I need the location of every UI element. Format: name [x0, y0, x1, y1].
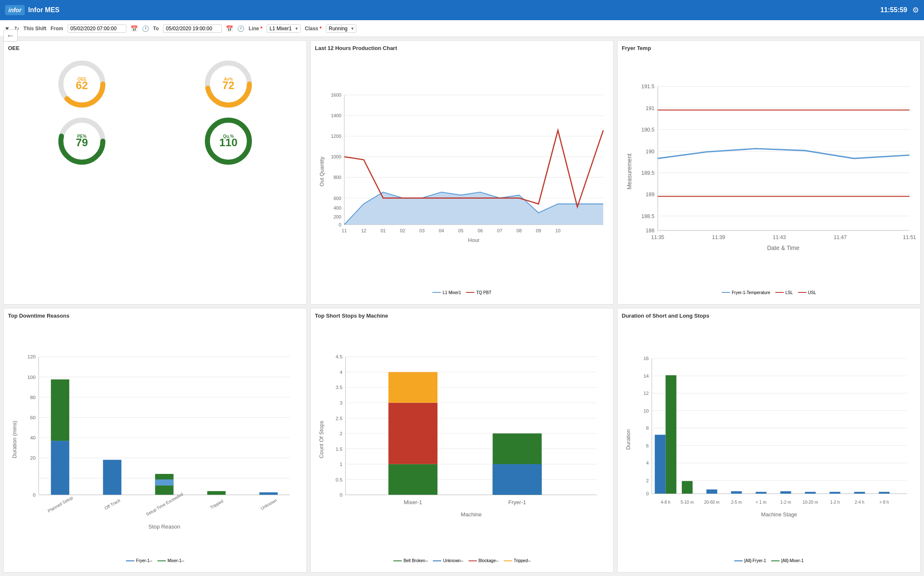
bar-tripped-green — [207, 491, 226, 494]
fryer-temp-panel: Fryer Temp Measurement 191.5 191 190.5 — [617, 40, 921, 305]
svg-text:Planned Setup: Planned Setup — [47, 495, 74, 513]
svg-text:14: 14 — [644, 373, 649, 378]
production-chart-area: Out Quantity 1600 1400 1200 1000 800 600… — [315, 55, 609, 289]
downtime-legend: Fryer-1-- Mixer-1-- — [8, 558, 302, 563]
app-header: infor Infor MES 11:55:59 ⚙ — [0, 0, 924, 20]
line-select[interactable]: L1 Mixer1 — [267, 24, 301, 33]
bar-mixer1-yellow — [388, 372, 437, 402]
downtime-title: Top Downtime Reasons — [8, 313, 302, 319]
bar-unknown-blue — [259, 492, 278, 494]
legend-all-fryer1: [All]-Fryer-1 — [734, 558, 766, 563]
svg-text:Date & Time: Date & Time — [767, 245, 799, 251]
legend-blockage: Blockage-- — [469, 558, 499, 563]
class-select[interactable]: Running — [326, 24, 356, 33]
legend-all-fryer1-line — [734, 560, 743, 561]
to-calendar-icon[interactable]: 📅 — [226, 25, 233, 32]
calendar-icon[interactable]: 📅 — [131, 25, 138, 32]
production-chart-svg: Out Quantity 1600 1400 1200 1000 800 600… — [315, 55, 609, 289]
svg-text:189.5: 189.5 — [641, 170, 654, 176]
oee-title: OEE — [8, 45, 302, 51]
line-label: Line * — [249, 26, 262, 32]
legend-mixer1-down: Mixer-1-- — [157, 558, 184, 563]
svg-text:3: 3 — [340, 400, 343, 405]
legend-all-mixer1-label: [All]-Mixer-1 — [781, 558, 804, 563]
legend-blockage-label: Blockage-- — [479, 558, 499, 563]
svg-text:3.5: 3.5 — [335, 384, 342, 390]
svg-text:11:35: 11:35 — [651, 234, 664, 240]
bar-12h-blue — [830, 492, 840, 493]
fryer-temp-svg: Measurement 191.5 191 190.5 190 189.5 18… — [622, 55, 916, 289]
svg-text:< 1 m: < 1 m — [756, 500, 766, 505]
production-chart-legend: L1 Mixer1 TQ PBT — [315, 290, 609, 295]
class-select-wrapper[interactable]: Running — [326, 24, 356, 33]
bar-planned-setup-blue — [51, 441, 69, 495]
legend-lsl-label: LSL — [785, 290, 793, 295]
to-clock-icon[interactable]: 🕐 — [237, 25, 244, 32]
svg-text:20: 20 — [30, 455, 36, 460]
legend-blockage-line — [469, 560, 477, 561]
legend-fryer-temp-label: Fryer-1-Temperature — [732, 290, 770, 295]
from-label: From — [51, 26, 63, 32]
legend-unknown: Unknown-- — [433, 558, 463, 563]
svg-text:4: 4 — [340, 369, 343, 374]
svg-text:09: 09 — [536, 228, 541, 233]
svg-text:Tripped: Tripped — [209, 498, 224, 510]
line-select-wrapper[interactable]: L1 Mixer1 — [267, 24, 301, 33]
to-label: To — [153, 26, 159, 32]
svg-text:191.5: 191.5 — [641, 84, 654, 89]
svg-text:188.5: 188.5 — [641, 213, 654, 219]
svg-text:800: 800 — [333, 175, 341, 180]
back-button[interactable]: ← — [3, 29, 18, 42]
bar-planned-setup-green — [51, 379, 69, 441]
svg-text:Machine: Machine — [461, 511, 482, 517]
class-label: Class * — [305, 26, 322, 32]
svg-text:191: 191 — [646, 105, 654, 111]
svg-text:10: 10 — [555, 228, 560, 233]
svg-text:80: 80 — [30, 394, 36, 400]
av-gauge-svg: Av% 72 — [203, 59, 254, 109]
svg-text:8: 8 — [646, 426, 649, 431]
svg-text:11: 11 — [342, 228, 347, 233]
svg-text:4: 4 — [646, 460, 649, 466]
svg-text:10-20 m: 10-20 m — [803, 500, 818, 505]
svg-text:6: 6 — [646, 443, 649, 448]
bar-48h-blue — [655, 434, 666, 493]
svg-text:1400: 1400 — [331, 113, 341, 118]
svg-text:02: 02 — [400, 228, 405, 233]
svg-text:11:43: 11:43 — [773, 234, 786, 240]
svg-text:2: 2 — [646, 478, 649, 483]
logo-text: infor — [8, 7, 21, 13]
legend-fryer1-label: Fryer-1-- — [136, 558, 152, 563]
svg-text:1200: 1200 — [331, 134, 341, 139]
svg-text:03: 03 — [419, 228, 424, 233]
from-input[interactable] — [68, 24, 126, 33]
svg-text:190.5: 190.5 — [641, 127, 654, 133]
svg-text:Mixer-1: Mixer-1 — [404, 499, 422, 505]
legend-tripped-label: Tripped-- — [514, 558, 531, 563]
oee-gauge-svg: OEE 62 — [57, 59, 107, 109]
to-input[interactable] — [163, 24, 222, 33]
bar-25m-blue — [731, 491, 742, 494]
svg-text:100: 100 — [27, 374, 36, 379]
svg-text:600: 600 — [333, 196, 341, 201]
svg-text:1.5: 1.5 — [335, 446, 342, 451]
fryer-temp-title: Fryer Temp — [622, 45, 916, 51]
qu-gauge-svg: Qu.% 110 — [203, 116, 254, 166]
svg-text:1-2 m: 1-2 m — [780, 500, 791, 505]
bar-gt8h-blue — [879, 492, 890, 493]
svg-text:11:51: 11:51 — [903, 234, 916, 240]
svg-text:12: 12 — [361, 228, 366, 233]
clock-icon[interactable]: 🕐 — [142, 25, 149, 32]
bar-mixer1-green — [388, 464, 437, 494]
legend-tqpbt-label: TQ PBT — [476, 290, 491, 295]
short-stops-svg: Count Of Stops 4.5 4 3.5 3 2.5 — [315, 322, 609, 557]
svg-text:2: 2 — [340, 431, 343, 436]
pe-gauge: PE% 79 — [12, 116, 152, 166]
svg-text:1600: 1600 — [331, 92, 341, 97]
bar-24h-blue — [854, 492, 865, 493]
downtime-chart-area: Duration (mins) 120 100 80 60 40 20 — [8, 322, 302, 557]
svg-text:Fryer-1: Fryer-1 — [508, 499, 526, 505]
legend-fryer-temp: Fryer-1-Temperature — [722, 290, 770, 295]
legend-usl-label: USL — [808, 290, 816, 295]
settings-icon[interactable]: ⚙ — [912, 5, 919, 15]
